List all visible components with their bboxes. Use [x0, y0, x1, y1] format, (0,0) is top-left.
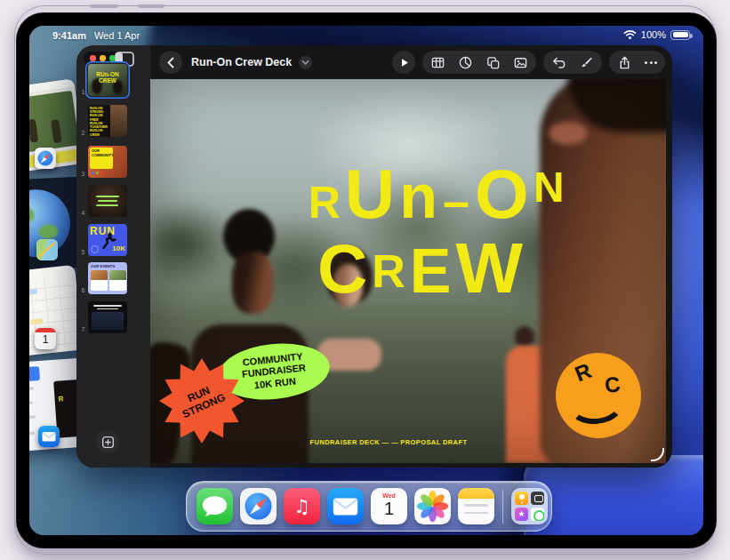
safari-card-photo: RUn-ON CREW	[29, 91, 79, 156]
thumb-badge	[91, 245, 99, 253]
share-icon[interactable]	[617, 55, 632, 70]
share-more-group	[609, 51, 665, 74]
status-time-date: 9:41am Wed 1 Apr	[52, 30, 140, 41]
table-icon[interactable]	[430, 55, 445, 70]
safari-icon[interactable]	[35, 148, 56, 169]
slide-thumbnail-5[interactable]: RUN 10K	[88, 224, 127, 256]
dock-divider	[502, 490, 503, 524]
slide-row: 7	[76, 301, 150, 333]
play-icon	[397, 55, 412, 70]
dock-photos[interactable]	[414, 488, 451, 524]
chevron-down-icon	[301, 60, 309, 66]
maps-icon[interactable]	[36, 239, 58, 260]
ipad-screen: 9:41am Wed 1 Apr 100% RUn-ON CREW	[29, 26, 703, 535]
mail-row-line	[29, 387, 34, 391]
calendar-icon[interactable]: 1	[35, 328, 56, 349]
status-system-cluster[interactable]: 100%	[623, 29, 690, 40]
back-button[interactable]	[159, 51, 182, 74]
volume-button[interactable]	[138, 4, 164, 8]
slide-row: 2 RUN-ON STRONG RUN-ON FREE RUN-ON TOGET…	[76, 105, 150, 137]
slide-row: 6 OUR EVENTS	[76, 262, 150, 294]
plus-icon	[101, 436, 115, 449]
pie-chart-icon[interactable]	[458, 55, 473, 70]
mail-row-line	[29, 402, 33, 406]
event-card	[109, 270, 126, 291]
oval-badge-text: COMMUNITY FUNDRAISER 10K RUN	[240, 351, 308, 393]
dock-notes[interactable]	[458, 488, 494, 524]
lightbulb-mini-icon	[515, 492, 528, 505]
slide-title-line2: CREW	[164, 236, 666, 301]
mail-row-line	[29, 415, 36, 420]
starburst-text: RUN STRONG	[176, 380, 228, 421]
front-camera	[340, 13, 347, 20]
minimize-button[interactable]	[100, 55, 106, 61]
back-icon	[164, 55, 179, 70]
slide-number: 7	[79, 326, 87, 332]
slide-row: 1 RUn-ON CREW	[76, 64, 150, 96]
add-slide-button[interactable]	[96, 430, 119, 453]
status-bar: 9:41am Wed 1 Apr 100%	[29, 26, 703, 45]
slide-thumbnail-7[interactable]	[88, 301, 127, 333]
slide-thumbnail-1[interactable]: RUn-ON CREW	[88, 64, 127, 96]
slide-number: 5	[79, 249, 87, 255]
thumb-text: OUR EVENTS	[91, 264, 115, 268]
slide-thumbnail-3[interactable]: OUR COMMUNITY	[88, 146, 127, 178]
slide-thumbnail-6[interactable]: OUR EVENTS	[88, 262, 127, 294]
slide-navigator: 1 RUn-ON CREW 2 RUN-ON STRONG RUN-ON FRE…	[76, 45, 150, 468]
status-date: Wed 1 Apr	[94, 30, 140, 41]
dot	[92, 172, 94, 174]
top-button[interactable]	[90, 4, 118, 8]
dot	[100, 172, 103, 174]
calendar-day: 1	[35, 332, 56, 348]
keynote-toolbar: Run-On Crew Deck	[150, 45, 672, 79]
dot	[96, 172, 99, 174]
slide-number: 6	[79, 287, 87, 293]
mail-icon[interactable]	[38, 426, 60, 447]
keynote-window: 1 RUn-ON CREW 2 RUN-ON STRONG RUN-ON FRE…	[76, 45, 672, 468]
dock-calendar[interactable]: Wed 1	[371, 488, 407, 524]
dock-mail[interactable]	[327, 488, 364, 524]
slide-row: 5 RUN 10K	[76, 224, 150, 256]
dock-app-group[interactable]: ★	[511, 488, 548, 524]
title-menu-button[interactable]	[299, 56, 312, 69]
edit-tools-group	[543, 51, 602, 74]
slide-thumbnail-2[interactable]: RUN-ON STRONG RUN-ON FREE RUN-ON TOGETHE…	[88, 105, 127, 137]
play-button[interactable]	[392, 51, 415, 74]
messages-icon	[197, 488, 233, 524]
thumb-photo	[110, 105, 127, 137]
calendar-weekday: Wed	[371, 492, 407, 499]
dock-messages[interactable]	[197, 488, 233, 524]
battery-percent: 100%	[641, 29, 666, 40]
battery-icon	[670, 30, 690, 40]
slide-row: 4	[76, 185, 150, 217]
event-card	[91, 270, 108, 291]
notes-icon	[458, 488, 494, 499]
shapes-icon[interactable]	[485, 55, 501, 70]
format-brush-icon[interactable]	[579, 55, 594, 70]
insert-tools-group	[422, 51, 536, 74]
rc-smiley-badge[interactable]: R C	[556, 353, 641, 438]
slide-thumbnail-4[interactable]	[88, 185, 127, 217]
slide-footer-textbox[interactable]: FUNDRAISER DECK — — PROPOSAL DRAFT	[150, 438, 646, 446]
slide-number: 4	[79, 210, 87, 216]
mail-selected-row	[29, 366, 40, 384]
slide-canvas[interactable]: RUn–ON CREW COMMUNITY FUNDRAISER 10K RUN…	[150, 79, 666, 463]
slide-number: 2	[79, 130, 87, 136]
music-icon: ♫	[293, 496, 310, 517]
runner-figure	[51, 119, 62, 143]
slide-title-textbox[interactable]: RUn–ON CREW	[150, 163, 666, 301]
status-time: 9:41am	[52, 30, 86, 41]
dock-safari[interactable]	[240, 488, 277, 524]
mic-dot	[392, 16, 395, 19]
slide-number: 3	[79, 171, 87, 177]
dock-music[interactable]: ♫	[284, 488, 320, 524]
undo-icon[interactable]	[551, 55, 566, 70]
wifi-icon	[623, 29, 637, 40]
thumb-panel: OUR COMMUNITY	[90, 148, 113, 169]
close-button[interactable]	[90, 55, 96, 61]
mail-row-line	[29, 431, 35, 436]
document-title[interactable]: Run-On Crew Deck	[191, 56, 292, 68]
ipad-device: 9:41am Wed 1 Apr 100% RUn-ON CREW	[14, 5, 716, 555]
more-icon[interactable]	[645, 61, 657, 64]
media-icon[interactable]	[513, 55, 528, 70]
